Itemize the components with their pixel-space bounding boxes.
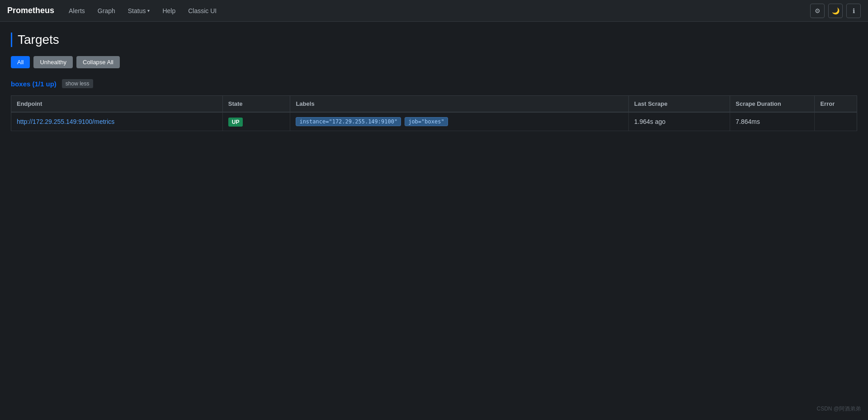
show-less-button[interactable]: show less — [62, 79, 93, 88]
state-cell: UP — [222, 112, 290, 131]
footer-watermark: CSDN @阿酒弟弟 — [816, 405, 861, 413]
info-button[interactable]: ℹ — [846, 4, 861, 18]
endpoint-cell: http://172.29.255.149:9100/metrics — [11, 112, 223, 131]
scrape-duration-header: Scrape Duration — [730, 96, 815, 113]
main-content: Targets All Unhealthy Collapse All boxes… — [0, 22, 868, 142]
error-header: Error — [815, 96, 857, 113]
endpoint-link[interactable]: http://172.29.255.149:9100/metrics — [17, 118, 114, 125]
collapse-all-button[interactable]: Collapse All — [76, 56, 120, 68]
filter-buttons: All Unhealthy Collapse All — [11, 56, 857, 68]
classic-ui-link[interactable]: Classic UI — [183, 4, 222, 18]
last-scrape-cell: 1.964s ago — [628, 112, 730, 131]
table-header-row: Endpoint State Labels Last Scrape Scrape… — [11, 96, 857, 113]
navbar-icons: ⚙ 🌙 ℹ — [810, 4, 861, 18]
settings-button[interactable]: ⚙ — [810, 4, 825, 18]
table-body: http://172.29.255.149:9100/metrics UP in… — [11, 112, 857, 131]
label-job: job="boxes" — [405, 117, 448, 126]
moon-icon: 🌙 — [832, 7, 840, 14]
status-dropdown[interactable]: Status — [123, 4, 156, 18]
navbar: Prometheus Alerts Graph Status Help Clas… — [0, 0, 868, 22]
alerts-link[interactable]: Alerts — [63, 4, 90, 18]
section-heading: boxes (1/1 up) show less — [11, 79, 857, 88]
nav-links: Alerts Graph Status Help Classic UI — [63, 4, 810, 18]
labels-cell: instance="172.29.255.149:9100" job="boxe… — [290, 112, 628, 131]
labels-container: instance="172.29.255.149:9100" job="boxe… — [296, 117, 623, 126]
targets-table: Endpoint State Labels Last Scrape Scrape… — [11, 95, 857, 131]
theme-button[interactable]: 🌙 — [828, 4, 843, 18]
section-title: boxes (1/1 up) — [11, 80, 57, 88]
help-link[interactable]: Help — [157, 4, 181, 18]
page-title: Targets — [11, 33, 857, 47]
last-scrape-header: Last Scrape — [628, 96, 730, 113]
settings-icon: ⚙ — [815, 7, 821, 14]
table-row: http://172.29.255.149:9100/metrics UP in… — [11, 112, 857, 131]
error-cell — [815, 112, 857, 131]
unhealthy-filter-button[interactable]: Unhealthy — [33, 56, 73, 68]
status-dropdown-toggle[interactable]: Status — [123, 4, 156, 18]
all-filter-button[interactable]: All — [11, 56, 30, 68]
label-instance: instance="172.29.255.149:9100" — [296, 117, 401, 126]
graph-link[interactable]: Graph — [92, 4, 121, 18]
endpoint-header: Endpoint — [11, 96, 223, 113]
state-badge: UP — [228, 118, 243, 127]
info-icon: ℹ — [853, 7, 855, 14]
labels-header: Labels — [290, 96, 628, 113]
brand-name: Prometheus — [7, 6, 54, 15]
table-head: Endpoint State Labels Last Scrape Scrape… — [11, 96, 857, 113]
state-header: State — [222, 96, 290, 113]
scrape-duration-cell: 7.864ms — [730, 112, 815, 131]
